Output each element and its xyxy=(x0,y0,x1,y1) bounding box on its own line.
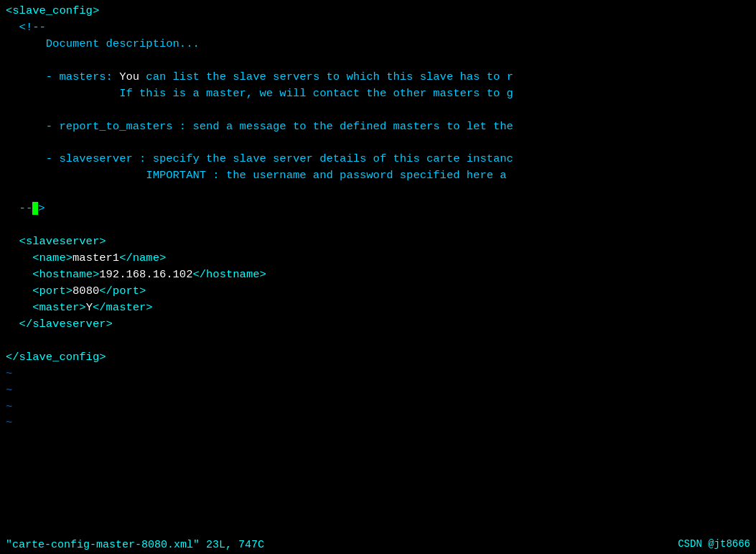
code-line: <port>8080</port> xyxy=(6,283,750,300)
tilde-line: ~ xyxy=(6,382,750,399)
editor-area: <slave_config> <!-- Document description… xyxy=(0,0,756,554)
code-line: </slaveserver> xyxy=(6,316,750,333)
code-line: <hostname>192.168.16.102</hostname> xyxy=(6,267,750,283)
code-line: - masters: You can list the slave server… xyxy=(6,69,750,86)
code-line: <master>Y</master> xyxy=(6,300,750,316)
code-line xyxy=(6,102,750,119)
status-file: "carte-config-master-8080.xml" 23L, 747C xyxy=(6,537,264,553)
status-bar: "carte-config-master-8080.xml" 23L, 747C… xyxy=(0,536,756,554)
code-line: If this is a master, we will contact the… xyxy=(6,86,750,102)
code-line: </slave_config> xyxy=(6,349,750,366)
code-line: <!-- xyxy=(6,19,750,36)
code-line: --> xyxy=(6,200,750,217)
tilde-line: ~ xyxy=(6,399,750,415)
text-cursor xyxy=(32,202,38,215)
code-line: <slaveserver> xyxy=(6,234,750,250)
code-line xyxy=(6,217,750,234)
code-line: <slave_config> xyxy=(6,3,750,19)
code-line: - report_to_masters : send a message to … xyxy=(6,119,750,135)
code-line xyxy=(6,184,750,200)
code-line: Document description... xyxy=(6,36,750,52)
code-line: - slaveserver : specify the slave server… xyxy=(6,151,750,167)
tilde-line: ~ xyxy=(6,366,750,382)
code-line xyxy=(6,52,750,69)
code-line: <name>master1</name> xyxy=(6,250,750,267)
code-line: IMPORTANT : the username and password sp… xyxy=(6,167,750,184)
code-line xyxy=(6,333,750,349)
csdn-badge: CSDN @jt8666 xyxy=(678,537,750,553)
code-content: <slave_config> <!-- Document description… xyxy=(6,3,750,431)
code-line xyxy=(6,135,750,152)
tilde-line: ~ xyxy=(6,415,750,431)
